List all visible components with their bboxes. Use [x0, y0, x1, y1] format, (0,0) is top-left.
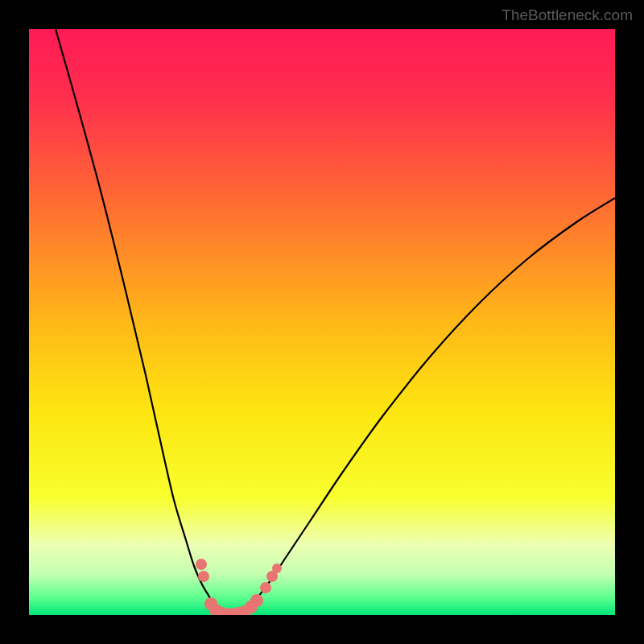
data-marker: [272, 564, 282, 573]
chart-svg: [29, 29, 615, 615]
gradient-background: [29, 29, 615, 615]
watermark-text: TheBottleneck.com: [502, 6, 633, 24]
data-marker: [260, 582, 271, 593]
data-marker: [250, 594, 263, 607]
data-marker: [196, 559, 207, 570]
data-marker: [198, 571, 209, 582]
chart-area: [29, 29, 615, 615]
